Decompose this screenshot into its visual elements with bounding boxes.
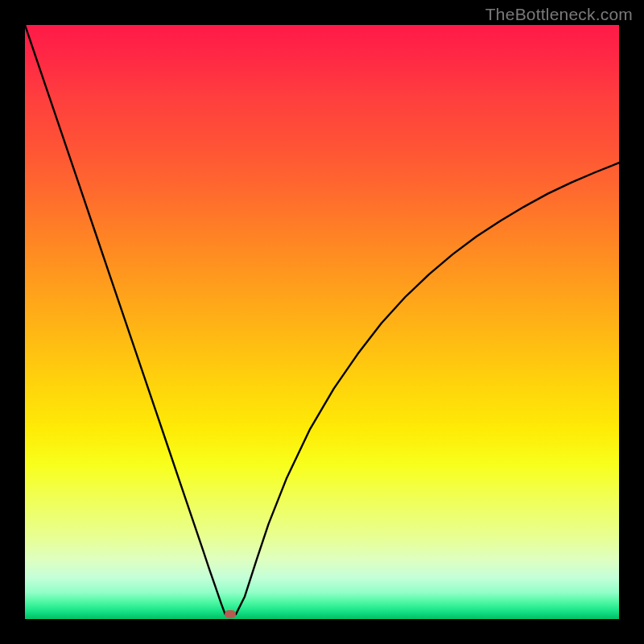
bottleneck-curve: [25, 25, 619, 619]
plot-area: [25, 25, 619, 619]
minimum-marker: [225, 610, 236, 618]
chart-frame: TheBottleneck.com: [0, 0, 644, 644]
watermark-text: TheBottleneck.com: [485, 5, 633, 24]
